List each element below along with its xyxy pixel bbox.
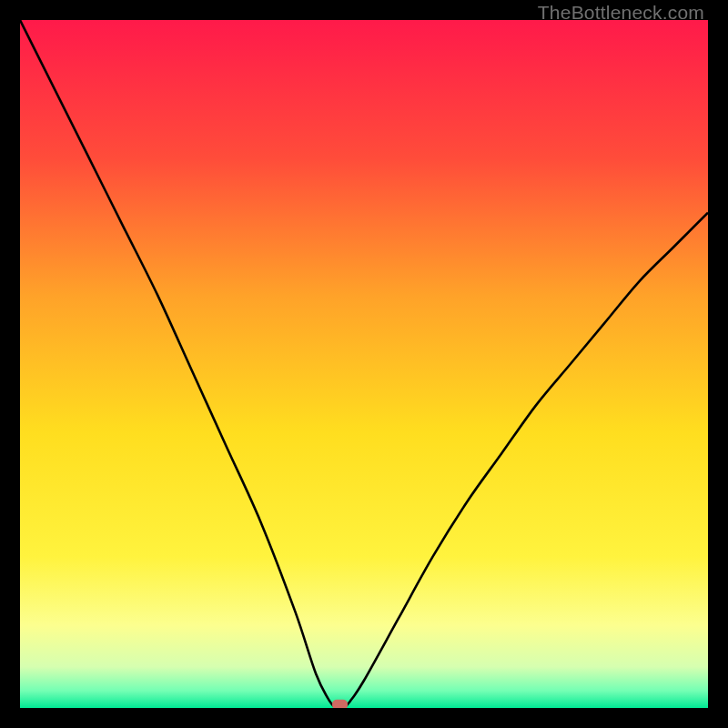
watermark-text: TheBottleneck.com [538,2,704,24]
gradient-background [20,20,708,708]
optimum-marker [332,700,348,708]
chart-svg [20,20,708,708]
chart-frame [20,20,708,708]
